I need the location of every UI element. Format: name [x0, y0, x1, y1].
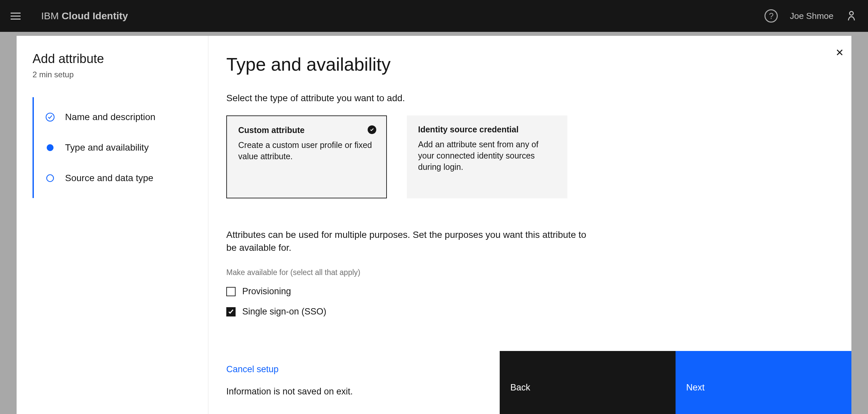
tile-description: Add an attribute sent from any of your c…: [418, 139, 556, 172]
step-type-and-availability[interactable]: Type and availability: [45, 132, 208, 163]
close-icon[interactable]: ✕: [835, 48, 844, 57]
checkmark-filled-icon: [368, 125, 376, 134]
hamburger-menu-icon[interactable]: [11, 10, 23, 22]
checkmark-circle-icon: [45, 112, 55, 122]
checkbox-provisioning[interactable]: Provisioning: [226, 286, 835, 296]
tile-identity-source-credential[interactable]: Identity source credential Add an attrib…: [407, 116, 567, 198]
global-header: IBM Cloud Identity ? Joe Shmoe: [0, 0, 868, 32]
step-label: Source and data type: [65, 173, 153, 184]
current-step-icon: [45, 142, 55, 153]
page-title: Type and availability: [226, 54, 835, 75]
tile-custom-attribute[interactable]: Custom attribute Create a custom user pr…: [226, 116, 387, 198]
checkbox-label: Provisioning: [242, 286, 291, 296]
user-name-label: Joe Shmoe: [790, 11, 834, 21]
tile-title: Custom attribute: [238, 125, 375, 135]
step-source-and-data-type[interactable]: Source and data type: [45, 163, 208, 193]
checkbox-icon: [226, 307, 236, 316]
instruction-set-purposes: Attributes can be used for multiple purp…: [226, 228, 598, 254]
availability-checkbox-group: Provisioning Single sign-on (SSO): [226, 286, 835, 317]
save-note: Information is not saved on exit.: [226, 386, 500, 397]
checkbox-label: Single sign-on (SSO): [242, 307, 327, 317]
step-name-and-description[interactable]: Name and description: [45, 102, 208, 132]
helper-text: Make available for (select all that appl…: [226, 268, 835, 277]
instruction-select-type: Select the type of attribute you want to…: [226, 93, 835, 103]
tile-description: Create a custom user profile or fixed va…: [238, 140, 375, 162]
wizard-steps: Name and description Type and availabili…: [33, 97, 208, 198]
incomplete-step-icon: [45, 173, 55, 183]
next-button[interactable]: Next: [676, 351, 851, 414]
help-icon[interactable]: ?: [765, 9, 778, 23]
svg-point-2: [47, 144, 54, 151]
wizard-sidebar: Add attribute 2 min setup Name and descr…: [17, 36, 208, 414]
brand-title: IBM Cloud Identity: [41, 10, 128, 22]
add-attribute-modal: Add attribute 2 min setup Name and descr…: [17, 36, 851, 414]
tile-title: Identity source credential: [418, 125, 556, 134]
wizard-main: ✕ Type and availability Select the type …: [208, 36, 851, 414]
sidebar-subtitle: 2 min setup: [33, 70, 208, 79]
step-label: Name and description: [65, 112, 155, 122]
svg-point-3: [47, 175, 54, 182]
svg-point-0: [849, 11, 853, 15]
user-avatar-icon[interactable]: [845, 10, 857, 22]
wizard-footer: Cancel setup Information is not saved on…: [208, 351, 851, 414]
checkbox-sso[interactable]: Single sign-on (SSO): [226, 307, 835, 317]
attribute-type-tiles: Custom attribute Create a custom user pr…: [226, 116, 835, 198]
step-label: Type and availability: [65, 142, 149, 153]
cancel-setup-link[interactable]: Cancel setup: [226, 364, 500, 375]
sidebar-title: Add attribute: [33, 52, 208, 66]
back-button[interactable]: Back: [500, 351, 676, 414]
checkbox-icon: [226, 287, 236, 296]
